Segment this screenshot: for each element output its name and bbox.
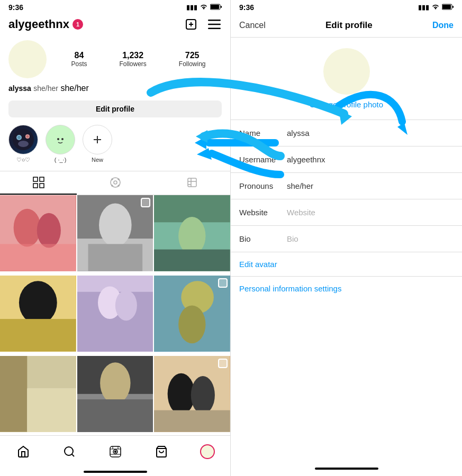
grid-cell-6[interactable] — [154, 276, 230, 352]
svg-point-27 — [118, 179, 119, 180]
grid-cell-2[interactable] — [77, 195, 153, 271]
edit-avatar-link[interactable]: Edit avatar — [231, 252, 462, 277]
followers-label: Followers — [119, 60, 146, 68]
followers-stat[interactable]: 1,232 Followers — [119, 51, 146, 68]
highlight-label-2: ( ·_·) — [55, 157, 67, 163]
svg-point-16 — [57, 138, 59, 140]
right-status-icons: ▮▮▮ — [418, 4, 454, 12]
right-time: 9:36 — [239, 3, 254, 12]
svg-point-67 — [191, 376, 215, 414]
svg-rect-8 — [208, 28, 221, 30]
change-photo-link[interactable]: Change profile photo — [310, 100, 383, 109]
highlight-item-1[interactable]: ♡○♡ — [8, 125, 38, 163]
personal-info-link[interactable]: Personal information settings — [231, 277, 462, 300]
pronouns-label: Pronouns — [239, 181, 287, 190]
profile-stats: 84 Posts 1,232 Followers 725 Following — [0, 36, 230, 83]
svg-point-47 — [19, 281, 57, 324]
name-label: Name — [239, 129, 287, 138]
left-status-bar: 9:36 ▮▮▮ — [0, 0, 230, 14]
grid-cell-8[interactable] — [77, 356, 153, 432]
svg-point-36 — [37, 213, 61, 248]
profile-avatar[interactable] — [8, 40, 47, 78]
posts-count: 84 — [75, 51, 84, 60]
home-indicator-right — [315, 468, 378, 470]
tab-grid[interactable] — [0, 171, 77, 195]
signal-icon: ▮▮▮ — [186, 4, 197, 11]
content-tabs — [0, 171, 230, 195]
bio-pronouns-text: she/her — [60, 84, 88, 93]
bio-pronouns: she/her — [33, 84, 58, 93]
svg-rect-20 — [33, 177, 38, 181]
username-text: alygeethnx — [8, 17, 69, 31]
highlight-circle-1 — [8, 125, 38, 154]
menu-button[interactable] — [207, 17, 222, 32]
website-field-row: Website Website — [231, 199, 462, 226]
photo-grid — [0, 195, 230, 435]
edit-profile-header: Cancel Edit profile Done — [231, 14, 462, 38]
svg-rect-68 — [154, 410, 230, 432]
name-value[interactable]: alyssa — [287, 129, 454, 138]
svg-rect-81 — [452, 6, 454, 8]
svg-point-66 — [168, 373, 195, 415]
grid-cell-5[interactable] — [77, 276, 153, 352]
left-status-icons: ▮▮▮ — [186, 4, 222, 12]
right-battery-icon — [442, 4, 454, 12]
header-icons — [184, 17, 222, 32]
home-indicator-left — [84, 471, 147, 473]
tab-tagged[interactable] — [153, 171, 230, 195]
right-wifi-icon — [432, 4, 439, 12]
battery-icon — [210, 4, 222, 12]
posts-stat: 84 Posts — [71, 51, 87, 68]
edit-profile-title: Edit profile — [325, 20, 373, 31]
grid-overlay-6 — [218, 278, 228, 288]
highlight-label-1: ♡○♡ — [16, 157, 31, 163]
cancel-button[interactable]: Cancel — [239, 21, 266, 30]
svg-point-28 — [118, 185, 119, 186]
notification-badge[interactable]: 1 — [73, 19, 83, 30]
svg-point-15 — [53, 132, 68, 147]
highlight-item-2[interactable]: ( ·_·) — [46, 125, 75, 163]
grid-overlay-2 — [141, 198, 150, 207]
edit-profile-button[interactable]: Edit profile — [8, 100, 222, 117]
website-label: Website — [239, 208, 287, 217]
bio-value[interactable]: Bio — [287, 234, 454, 243]
grid-cell-3[interactable] — [154, 195, 230, 271]
highlights-row: ♡○♡ ( ·_·) — [0, 123, 230, 171]
svg-point-17 — [61, 138, 64, 140]
left-panel: 9:36 ▮▮▮ alygeethnx 1 — [0, 0, 231, 476]
edit-profile-avatar[interactable] — [323, 48, 370, 95]
username-value[interactable]: alygeethnx — [287, 155, 454, 164]
svg-rect-6 — [208, 20, 221, 21]
stats-row: 84 Posts 1,232 Followers 725 Following — [55, 51, 222, 68]
nav-search[interactable] — [59, 441, 80, 462]
website-value[interactable]: Website — [287, 208, 454, 217]
add-post-button[interactable] — [184, 17, 198, 32]
nav-profile[interactable] — [197, 441, 218, 462]
username-field-row: Username alygeethnx — [231, 147, 462, 173]
svg-point-26 — [112, 179, 113, 180]
svg-rect-64 — [77, 399, 153, 432]
done-button[interactable]: Done — [432, 21, 454, 30]
svg-rect-60 — [27, 389, 76, 432]
grid-cell-7[interactable] — [0, 356, 76, 432]
svg-rect-1 — [211, 5, 219, 9]
highlight-label-new: New — [92, 157, 103, 163]
highlight-circle-2 — [46, 125, 75, 154]
tab-reels[interactable] — [77, 171, 153, 195]
profile-form-fields: Name alyssa Username alygeethnx Pronouns… — [231, 120, 462, 252]
pronouns-value[interactable]: she/her — [287, 181, 454, 190]
bio-label: Bio — [239, 234, 287, 243]
grid-cell-4[interactable] — [0, 276, 76, 352]
grid-cell-9[interactable] — [154, 356, 230, 432]
following-stat[interactable]: 725 Following — [179, 51, 206, 68]
svg-point-40 — [99, 203, 132, 246]
highlight-item-new[interactable]: New — [83, 125, 112, 163]
nav-shop[interactable] — [151, 441, 172, 462]
svg-rect-23 — [40, 184, 44, 188]
followers-count: 1,232 — [122, 51, 143, 60]
grid-cell-1[interactable] — [0, 195, 76, 271]
nav-reels[interactable] — [105, 441, 126, 462]
svg-line-70 — [71, 454, 74, 456]
nav-home[interactable] — [13, 441, 34, 462]
nav-profile-avatar — [200, 444, 215, 459]
